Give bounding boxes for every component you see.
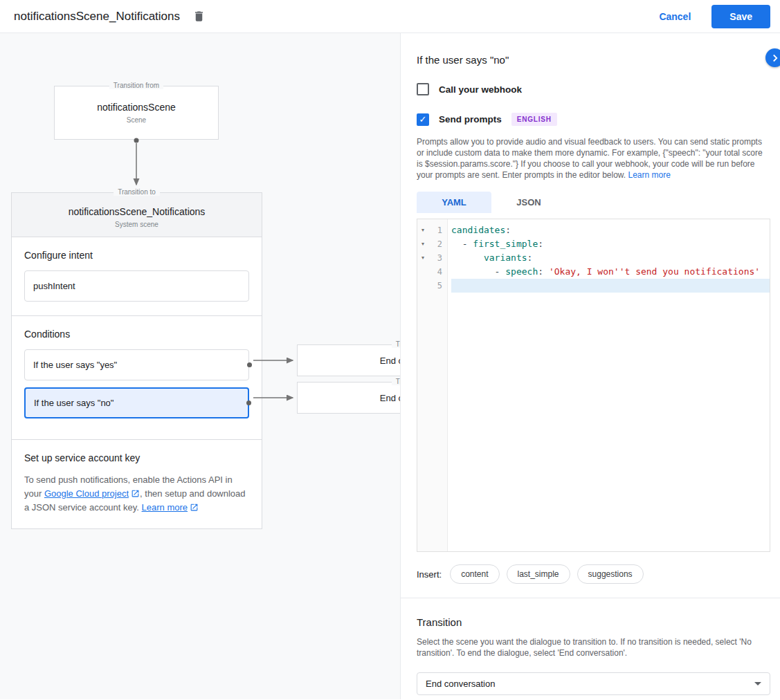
condition-item-yes[interactable]: If the user says "yes"	[24, 349, 249, 380]
gutter-row: ▾ 3	[417, 251, 447, 265]
external-link-icon	[131, 489, 140, 498]
editor-format-tabs: YAML JSON	[417, 192, 770, 213]
fold-arrow-icon[interactable]: ▾	[417, 251, 428, 265]
condition-item-label: If the user says "no"	[34, 398, 114, 408]
insert-chip-last-simple[interactable]: last_simple	[507, 564, 570, 584]
insert-chip-suggestions[interactable]: suggestions	[577, 564, 644, 584]
transition-to-badge: Transition to	[298, 378, 400, 385]
scene-card-subtitle: System scene	[19, 221, 255, 228]
page-title: notificationsScene_Notifications	[14, 10, 180, 24]
code-line: variants:	[451, 251, 770, 265]
main-area: Transition from notificationsScene Scene…	[0, 33, 780, 699]
insert-label: Insert:	[417, 569, 442, 580]
configure-intent-section: Configure intent pushIntent	[12, 237, 262, 316]
collapse-panel-button[interactable]	[765, 48, 780, 67]
fold-arrow-icon[interactable]: ▾	[417, 223, 428, 237]
connector-dot	[246, 400, 251, 405]
transition-to-badge: Transition to	[12, 188, 262, 196]
transition-to-badge: Transition to	[298, 340, 400, 348]
transition-select-value: End conversation	[426, 679, 495, 689]
code-line: - speech: 'Okay, I won''t send you notif…	[451, 265, 770, 279]
code-line: - first_simple:	[451, 237, 770, 251]
check-icon: ✓	[419, 115, 427, 124]
code-line-active	[451, 279, 770, 293]
service-account-title: Set up service account key	[24, 452, 249, 463]
scene-card: Transition to notificationsScene_Notific…	[11, 192, 262, 529]
intent-item-label: pushIntent	[33, 281, 75, 291]
prompts-description: Prompts allow you to provide audio and v…	[417, 136, 770, 181]
call-webhook-checkbox[interactable]: ✓	[417, 83, 429, 95]
editor-code-area[interactable]: candidates: - first_simple: variants: - …	[448, 219, 770, 551]
intent-item-pushIntent[interactable]: pushIntent	[24, 270, 249, 302]
prompt-code-editor[interactable]: ▾ 1 ▾ 2 ▾ 3 4	[417, 219, 770, 552]
send-prompts-row: ✓ Send prompts ENGLISH	[417, 113, 770, 126]
header: notificationsScene_Notifications Cancel …	[0, 0, 780, 33]
scene-card-title: notificationsScene_Notifications	[19, 206, 255, 217]
line-number: 1	[428, 223, 447, 237]
dropdown-arrow-icon	[754, 682, 761, 685]
panel-title: If the user says "no"	[417, 54, 770, 66]
scene-card-header[interactable]: notificationsScene_Notifications System …	[12, 193, 262, 237]
end-conversation-node[interactable]: Transition to End conversation	[297, 344, 400, 376]
learn-more-link[interactable]: Learn more	[142, 502, 188, 513]
external-link-icon	[190, 503, 199, 512]
from-node-subtitle: Scene	[127, 116, 146, 124]
call-webhook-row: ✓ Call your webhook	[417, 83, 770, 95]
conditions-label: Conditions	[24, 329, 249, 340]
condition-item-label: If the user says "yes"	[33, 360, 117, 370]
end-node-label: End conversation	[380, 393, 400, 403]
condition-editor-panel: If the user says "no" ✓ Call your webhoo…	[400, 33, 780, 699]
transition-select[interactable]: End conversation	[417, 672, 770, 695]
connector-dot	[247, 362, 252, 367]
transition-title: Transition	[417, 616, 770, 628]
gutter-row: 5	[417, 279, 447, 293]
delete-scene-button[interactable]	[192, 10, 206, 23]
gutter-row: ▾ 2	[417, 237, 447, 251]
send-prompts-checkbox[interactable]: ✓	[417, 113, 429, 126]
configure-intent-label: Configure intent	[24, 250, 249, 261]
service-account-text: To send push notifications, enable the A…	[24, 473, 249, 515]
conditions-section: Conditions If the user says "yes" If the…	[12, 316, 262, 440]
save-button[interactable]: Save	[711, 5, 770, 28]
tab-yaml[interactable]: YAML	[417, 192, 491, 213]
line-number: 4	[428, 265, 447, 279]
scene-diagram-canvas[interactable]: Transition from notificationsScene Scene…	[0, 33, 400, 699]
scene-node-notificationsScene[interactable]: Transition from notificationsScene Scene	[54, 86, 219, 140]
line-number: 5	[428, 279, 447, 293]
code-line: candidates:	[451, 223, 770, 237]
tab-json[interactable]: JSON	[491, 192, 566, 213]
transition-from-badge: Transition from	[55, 82, 218, 89]
insert-row: Insert: content last_simple suggestions	[417, 564, 770, 584]
gutter-row: ▾ 1	[417, 223, 447, 237]
learn-more-link[interactable]: Learn more	[628, 170, 670, 180]
end-node-label: End conversation	[380, 356, 400, 366]
service-account-section: Set up service account key To send push …	[12, 440, 262, 528]
section-divider	[401, 598, 780, 598]
trash-icon	[192, 10, 206, 23]
chevron-right-icon	[769, 52, 780, 64]
google-cloud-project-link[interactable]: Google Cloud project	[44, 488, 129, 499]
insert-chip-content[interactable]: content	[450, 564, 499, 584]
line-number: 2	[428, 237, 447, 251]
line-number: 3	[428, 251, 447, 265]
from-node-title: notificationsScene	[97, 102, 176, 113]
cancel-button[interactable]: Cancel	[659, 11, 691, 22]
end-conversation-node[interactable]: Transition to End conversation	[297, 382, 400, 414]
gutter-row: 4	[417, 265, 447, 279]
call-webhook-label: Call your webhook	[439, 84, 522, 95]
fold-arrow-icon[interactable]: ▾	[417, 237, 428, 251]
condition-item-no[interactable]: If the user says "no"	[24, 387, 249, 418]
send-prompts-label: Send prompts	[439, 114, 502, 125]
editor-gutter: ▾ 1 ▾ 2 ▾ 3 4	[417, 219, 448, 551]
language-badge: ENGLISH	[511, 113, 557, 126]
transition-description: Select the scene you want the dialogue t…	[417, 636, 770, 658]
